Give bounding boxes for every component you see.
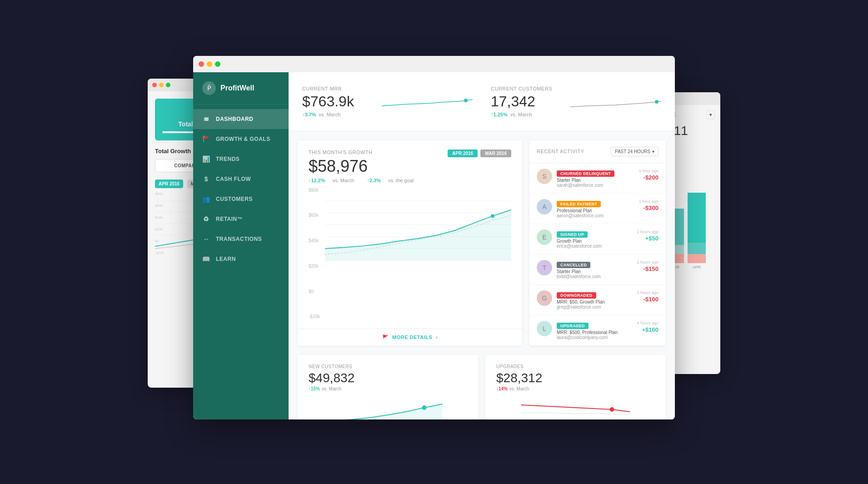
customers-icon: 👥 bbox=[202, 195, 210, 203]
svg-point-5 bbox=[464, 99, 468, 102]
lifetime-value-dropdown[interactable]: ▾ bbox=[706, 110, 715, 119]
customers-value: 17,342 bbox=[491, 93, 570, 110]
mrr-change: ↑3.7% vs. March bbox=[302, 112, 382, 117]
minimize-button-main[interactable] bbox=[207, 61, 212, 67]
mrr-stat-block: CURRENT MRR $763.9k ↑3.7% vs. March bbox=[302, 86, 382, 117]
more-details-label: MORE DETAILS bbox=[392, 334, 432, 340]
activity-time-6: 4 hours ago bbox=[637, 321, 658, 325]
activity-panel: RECENT ACTIVITY PAST 24 HOURS ▾ S CHURNE… bbox=[529, 140, 666, 346]
profitwell-logo-icon: P̈ bbox=[202, 81, 216, 95]
dashboard-icon: ≋ bbox=[202, 115, 210, 123]
growth-chart: $80k $60k $40k $20k $0 -$20k bbox=[298, 188, 522, 329]
activity-meta-3: 2 hours ago +$50 bbox=[637, 230, 658, 242]
upgrades-change: ↓14% vs. March bbox=[496, 386, 655, 391]
close-button-left[interactable] bbox=[152, 83, 157, 87]
activity-filter-dropdown[interactable]: PAST 24 HOURS ▾ bbox=[611, 147, 658, 156]
flag-icon: 🚩 bbox=[382, 334, 389, 340]
activity-email-6: laura@coolcompany.com bbox=[557, 335, 632, 340]
svg-point-16 bbox=[422, 405, 427, 410]
mar-badge: MAR 2016 bbox=[480, 150, 511, 157]
avatar-laura: L bbox=[537, 321, 552, 336]
sidebar-item-trends[interactable]: 📊 TRENDS bbox=[193, 149, 289, 169]
window-body: P̈ ProfitWell ≋ DASHBOARD 🚩 GROWTH & GOA… bbox=[193, 72, 675, 419]
activity-email-5: greg@salesforce.com bbox=[557, 304, 632, 309]
activity-time-3: 2 hours ago bbox=[637, 230, 658, 234]
bar-seg-3c bbox=[688, 254, 706, 263]
main-content: CURRENT MRR $763.9k ↑3.7% vs. March CURR… bbox=[289, 72, 675, 419]
avatar-todd: T bbox=[537, 260, 552, 275]
avatar-greg: G bbox=[537, 290, 552, 306]
mrr-change-pct: ↑3.7% bbox=[302, 112, 316, 117]
sidebar: P̈ ProfitWell ≋ DASHBOARD 🚩 GROWTH & GOA… bbox=[193, 72, 289, 419]
tag-upgraded: UPGRADED bbox=[557, 323, 589, 329]
trends-icon: 📊 bbox=[202, 155, 210, 163]
transactions-icon: ↔ bbox=[202, 235, 210, 243]
maximize-button-main[interactable] bbox=[215, 61, 220, 67]
activity-amount-4: -$150 bbox=[644, 265, 658, 272]
activity-email-1: sarah@salesforce.com bbox=[557, 183, 634, 188]
activity-item-5: G DOWNGRADED MRR: $50, Growth Plan greg@… bbox=[529, 285, 666, 315]
maximize-button-left[interactable] bbox=[166, 83, 170, 87]
activity-info-1: CHURNED DELINQUENT Starter Plan sarah@sa… bbox=[557, 169, 634, 188]
activity-time-4: 2 hours ago bbox=[637, 260, 658, 264]
new-customers-chart bbox=[309, 396, 467, 419]
sidebar-item-growth[interactable]: 🚩 GROWTH & GOALS bbox=[193, 129, 289, 149]
sidebar-item-customers[interactable]: 👥 CUSTOMERS bbox=[193, 189, 289, 209]
customers-sparkline bbox=[570, 92, 661, 110]
sidebar-item-customers-label: CUSTOMERS bbox=[216, 196, 253, 202]
main-titlebar bbox=[193, 56, 675, 72]
activity-amount-6: +$100 bbox=[642, 326, 658, 333]
avatar-erica: E bbox=[537, 230, 552, 245]
tag-cancelled: CANCELLED bbox=[557, 262, 590, 268]
sidebar-item-learn[interactable]: 📖 LEARN bbox=[193, 249, 289, 269]
sidebar-item-cashflow-label: CASH FLOW bbox=[216, 176, 251, 182]
activity-amount-2: -$300 bbox=[644, 205, 658, 211]
dropdown-label: ▾ bbox=[709, 112, 712, 117]
tag-signed-up: SIGNED UP bbox=[557, 231, 588, 238]
growth-change2-pct: ↑2.3% bbox=[367, 178, 381, 183]
y-label-0: $0 bbox=[309, 289, 320, 294]
apr-tag[interactable]: APR 2016 bbox=[155, 180, 183, 188]
activity-item-1: S CHURNED DELINQUENT Starter Plan sarah@… bbox=[529, 163, 666, 194]
y-label-60k: $60k bbox=[309, 213, 320, 218]
new-customers-title: NEW CUSTOMERS bbox=[309, 364, 467, 369]
bottom-panels: NEW CUSTOMERS $49,832 ↑15% vs. March bbox=[289, 355, 675, 419]
upgrades-panel: UPGRADES $28,312 ↓14% vs. March bbox=[485, 355, 666, 419]
growth-header: THIS MONTH'S GROWTH $58,976 ↑12.2% vs. M… bbox=[298, 140, 522, 188]
activity-meta-6: 4 hours ago +$100 bbox=[637, 321, 658, 333]
new-customers-panel: NEW CUSTOMERS $49,832 ↑15% vs. March bbox=[298, 355, 478, 419]
sidebar-item-retain[interactable]: ♻ RETAIN™ bbox=[193, 209, 289, 229]
close-button-main[interactable] bbox=[199, 61, 204, 67]
upgrades-vs: vs. March bbox=[509, 386, 529, 391]
customers-stat-block: CURRENT CUSTOMERS 17,342 ↑1.25% vs. Marc… bbox=[473, 86, 570, 117]
customers-label: CURRENT CUSTOMERS bbox=[491, 86, 570, 91]
y-label-neg20k: -$20k bbox=[309, 314, 320, 319]
sidebar-item-transactions[interactable]: ↔ TRANSACTIONS bbox=[193, 229, 289, 249]
minimize-button-left[interactable] bbox=[159, 83, 164, 87]
growth-info: THIS MONTH'S GROWTH $58,976 ↑12.2% vs. M… bbox=[309, 150, 414, 183]
activity-time-2: 1 hour ago bbox=[639, 199, 658, 204]
sidebar-item-cashflow[interactable]: $ CASH FLOW bbox=[193, 169, 289, 189]
new-customers-value: $49,832 bbox=[309, 371, 467, 385]
svg-point-14 bbox=[491, 214, 494, 218]
sidebar-item-growth-label: GROWTH & GOALS bbox=[216, 136, 270, 142]
y-label-20k: $20k bbox=[309, 264, 320, 269]
activity-item-6: L UPGRADED MRR: $500, Professional Plan … bbox=[529, 315, 666, 346]
mrr-value: $763.9k bbox=[302, 93, 382, 110]
sidebar-logo: P̈ ProfitWell bbox=[193, 72, 289, 105]
new-customers-vs: vs. March bbox=[322, 386, 341, 391]
activity-filter-label: PAST 24 HOURS bbox=[615, 149, 650, 154]
svg-point-17 bbox=[610, 407, 614, 412]
activity-time-1: 1 hour ago bbox=[639, 169, 658, 173]
chart-y-labels: $80k $60k $40k $20k $0 -$20k bbox=[309, 188, 320, 319]
growth-footer[interactable]: 🚩 MORE DETAILS › bbox=[298, 329, 522, 346]
activity-amount-1: -$200 bbox=[644, 174, 658, 181]
growth-chart-svg bbox=[325, 188, 511, 279]
tag-failed-payment: FAILED PAYMENT bbox=[557, 201, 601, 207]
activity-item-3: E SIGNED UP Growth Plan erica@salesforce… bbox=[529, 224, 666, 254]
sidebar-item-dashboard[interactable]: ≋ DASHBOARD bbox=[193, 109, 289, 129]
tag-downgraded: DOWNGRADED bbox=[557, 292, 596, 299]
growth-change1-vs: vs. March bbox=[333, 178, 354, 183]
sidebar-item-retain-label: RETAIN™ bbox=[216, 216, 243, 222]
activity-title: RECENT ACTIVITY bbox=[537, 149, 584, 154]
